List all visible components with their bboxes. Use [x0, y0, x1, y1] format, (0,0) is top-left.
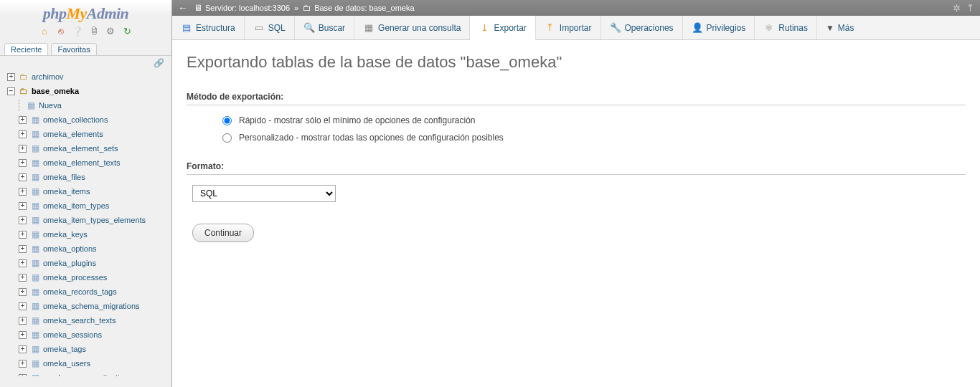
format-select[interactable]: SQL [192, 185, 336, 202]
tab-label: SQL [268, 23, 286, 33]
db-label: base_omeka [32, 87, 79, 95]
expand-icon[interactable]: + [19, 345, 27, 353]
expand-icon[interactable]: + [19, 288, 27, 296]
table-node[interactable]: +▦omeka_items [3, 184, 171, 199]
expand-icon[interactable]: + [19, 259, 27, 267]
expand-icon[interactable]: + [19, 274, 27, 282]
structure-icon: ▤ [181, 22, 192, 33]
expand-icon[interactable]: + [19, 302, 27, 310]
table-icon: ▦ [29, 143, 41, 153]
import-icon: ⤒ [545, 22, 556, 33]
table-node[interactable]: +▦omeka_plugins [3, 256, 171, 270]
expand-icon[interactable]: + [19, 374, 27, 377]
go-button[interactable]: Continuar [192, 224, 254, 242]
expand-icon[interactable]: + [19, 317, 27, 325]
table-label: omeka_element_sets [43, 144, 118, 153]
expand-icon[interactable]: + [19, 231, 27, 239]
table-node[interactable]: +▦omeka_options [3, 242, 171, 256]
database-icon: 🗀 [18, 86, 29, 96]
sql-docs-icon[interactable]: 🛢 [88, 26, 100, 37]
table-node[interactable]: +▦omeka_processes [3, 270, 171, 285]
table-node[interactable]: +▦omeka_element_texts [3, 156, 171, 170]
table-node[interactable]: +▦omeka_users [3, 356, 171, 371]
table-icon: ▦ [29, 229, 41, 239]
table-label: omeka_processes [43, 273, 107, 282]
format-label: Formato: [187, 161, 966, 175]
table-icon: ▦ [29, 373, 41, 376]
sidebar-tabs: Reciente Favoritas [0, 40, 171, 56]
table-label: omeka_item_types_elements [43, 216, 146, 224]
db-node-archimov[interactable]: + 🗀 archimov [3, 70, 171, 84]
radio-quick[interactable]: Rápido - mostrar sólo el mínimo de opcio… [222, 115, 966, 125]
tab-privileges[interactable]: 👤 Privilegios [683, 16, 755, 39]
table-node[interactable]: +▦omeka_elements [3, 127, 171, 141]
expand-icon[interactable]: + [19, 159, 27, 167]
expand-icon[interactable]: + [19, 173, 27, 181]
table-icon: ▦ [29, 330, 41, 340]
expand-icon[interactable]: + [19, 331, 27, 339]
tab-routines[interactable]: ⚛ Rutinas [755, 16, 817, 39]
table-node[interactable]: +▦omeka_schema_migrations [3, 299, 171, 313]
collapse-up-icon[interactable]: ⤒ [966, 3, 974, 14]
table-icon: ▦ [29, 158, 41, 168]
tab-label: Exportar [494, 23, 526, 33]
table-node[interactable]: +▦omeka_records_tags [3, 285, 171, 299]
settings-icon[interactable]: ⚙ [105, 26, 116, 37]
table-icon: ▦ [29, 172, 41, 182]
logout-icon[interactable]: ⎋ [55, 26, 67, 37]
expand-icon[interactable]: + [19, 216, 27, 224]
expand-icon[interactable]: + [19, 360, 27, 368]
home-icon[interactable]: ⌂ [39, 26, 50, 37]
gear-icon[interactable]: ✲ [953, 3, 961, 14]
tab-recent[interactable]: Reciente [4, 43, 48, 55]
crumb-server[interactable]: 🖥 Servidor: localhost:3306 [194, 3, 290, 13]
crumb-server-label: Servidor: localhost:3306 [205, 4, 290, 12]
radio-quick-input[interactable] [222, 116, 232, 125]
table-node[interactable]: +▦omeka_users_activations [3, 371, 171, 376]
table-node[interactable]: +▦omeka_collections [3, 113, 171, 127]
table-node[interactable]: +▦omeka_keys [3, 227, 171, 242]
collapse-link-icon[interactable]: 🔗 [0, 56, 171, 68]
radio-custom-input[interactable] [222, 133, 232, 143]
expand-icon[interactable]: + [19, 145, 27, 153]
table-icon: ▦ [29, 301, 41, 311]
table-node[interactable]: +▦omeka_element_sets [3, 141, 171, 156]
table-label: omeka_sessions [43, 330, 102, 339]
crumb-database[interactable]: 🗀 Base de datos: base_omeka [303, 3, 414, 13]
table-node[interactable]: +▦omeka_files [3, 170, 171, 184]
db-node-base-omeka[interactable]: − 🗀 base_omeka [3, 84, 171, 98]
expand-icon[interactable]: + [19, 245, 27, 253]
tab-search[interactable]: 🔍 Buscar [295, 16, 354, 39]
tab-qbe[interactable]: ▦ Generar una consulta [354, 16, 470, 39]
tab-export[interactable]: ⤓ Exportar [470, 16, 535, 40]
export-method-label: Método de exportación: [187, 92, 966, 105]
tab-sql[interactable]: ▭ SQL [245, 16, 295, 39]
expand-icon[interactable]: + [7, 73, 15, 81]
radio-custom[interactable]: Personalizado - mostrar todas las opcion… [222, 133, 966, 143]
new-table-node[interactable]: ▦ Nueva [3, 98, 171, 113]
docs-icon[interactable]: ❔ [72, 26, 83, 37]
table-node[interactable]: +▦omeka_sessions [3, 328, 171, 342]
tab-favorites[interactable]: Favoritas [51, 43, 96, 55]
expand-icon[interactable]: + [19, 202, 27, 210]
table-node[interactable]: +▦omeka_item_types_elements [3, 213, 171, 227]
expand-icon[interactable]: + [19, 188, 27, 196]
table-node[interactable]: +▦omeka_tags [3, 342, 171, 356]
tab-operations[interactable]: 🔧 Operaciones [601, 16, 683, 39]
tab-more[interactable]: ▼ Más [817, 16, 863, 39]
expand-icon[interactable]: + [19, 130, 27, 138]
tab-structure[interactable]: ▤ Estructura [172, 16, 245, 39]
expand-icon[interactable]: + [19, 116, 27, 124]
nav-back-icon[interactable]: ← [178, 2, 188, 14]
table-node[interactable]: +▦omeka_item_types [3, 199, 171, 213]
table-icon: ▦ [29, 244, 41, 254]
collapse-icon[interactable]: − [7, 87, 15, 95]
table-node[interactable]: +▦omeka_search_texts [3, 313, 171, 328]
table-icon: ▦ [29, 358, 41, 368]
table-label: omeka_schema_migrations [43, 302, 140, 310]
table-label: omeka_search_texts [43, 316, 116, 325]
tab-import[interactable]: ⤒ Importar [536, 16, 601, 39]
table-label: omeka_users [43, 359, 90, 368]
reload-icon[interactable]: ↻ [121, 26, 133, 37]
phpmyadmin-logo[interactable]: phpMyAdmin [0, 0, 171, 24]
